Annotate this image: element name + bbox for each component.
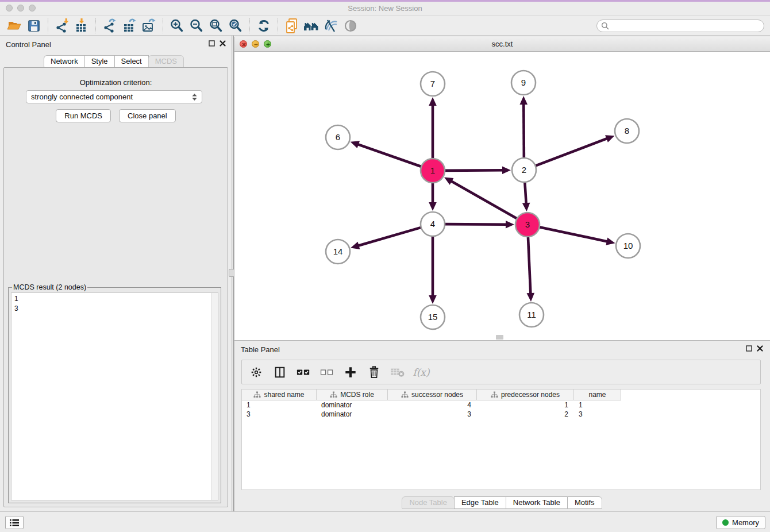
graph-node-10[interactable]: 10 <box>616 234 640 258</box>
table-cell: 3 <box>574 410 621 419</box>
graph-node-7[interactable]: 7 <box>421 72 445 96</box>
optimization-criterion-select[interactable]: strongly connected component <box>26 90 202 103</box>
tab-mcds[interactable]: MCDS <box>148 55 184 68</box>
graphics-details-icon[interactable] <box>321 17 341 34</box>
close-table-panel-icon[interactable] <box>757 345 763 352</box>
column-header-name[interactable]: name <box>574 390 621 400</box>
first-neighbors-icon[interactable] <box>302 17 321 34</box>
show-hide-icon[interactable] <box>341 17 360 34</box>
select-all-columns-icon[interactable] <box>296 365 311 380</box>
graph-node-4[interactable]: 4 <box>421 212 445 236</box>
svg-text:10: 10 <box>623 241 633 250</box>
open-folder-icon[interactable] <box>5 17 24 34</box>
save-icon[interactable] <box>24 17 44 34</box>
zoom-fit-icon[interactable] <box>206 17 226 34</box>
node-table: shared nameMCDS rolesuccessor nodesprede… <box>241 389 761 490</box>
export-network-icon[interactable] <box>100 17 120 34</box>
create-column-plus-icon[interactable] <box>343 365 358 380</box>
table-row[interactable]: 3dominator323 <box>242 410 760 419</box>
tab-motifs[interactable]: Motifs <box>567 496 602 509</box>
task-history-button[interactable] <box>5 516 24 529</box>
new-network-from-selection-icon[interactable] <box>282 17 302 34</box>
toolbar-separator <box>163 18 163 33</box>
graph-edge-3-1[interactable] <box>449 180 517 218</box>
column-type-icon <box>491 391 498 398</box>
column-header-MCDS-role[interactable]: MCDS role <box>317 390 388 400</box>
graph-node-1[interactable]: 1 <box>421 159 445 183</box>
mcds-result-textarea[interactable]: 13 <box>11 292 218 500</box>
mcds-result-lines: 13 <box>14 294 209 314</box>
network-graph: 7968124314101511 <box>234 52 770 340</box>
table-cell: 1 <box>242 400 317 410</box>
search-icon <box>601 22 609 30</box>
graph-edge-1-6[interactable] <box>356 144 421 167</box>
statusbar: Memory <box>0 511 770 532</box>
graph-node-6[interactable]: 6 <box>326 125 350 149</box>
zoom-in-icon[interactable] <box>167 17 187 34</box>
zoom-out-icon[interactable] <box>187 17 206 34</box>
tab-edge-table[interactable]: Edge Table <box>454 496 506 509</box>
graph-edge-4-3[interactable] <box>445 224 509 225</box>
graph-node-2[interactable]: 2 <box>512 158 536 182</box>
graph-node-9[interactable]: 9 <box>511 71 536 95</box>
export-table-icon[interactable] <box>120 17 139 34</box>
column-header-successor-nodes[interactable]: successor nodes <box>388 390 477 400</box>
column-view-icon[interactable] <box>272 365 287 380</box>
table-row[interactable]: 1dominator411 <box>242 400 760 410</box>
graph-node-11[interactable]: 11 <box>519 303 544 327</box>
table-cell: 1 <box>477 400 574 410</box>
import-network-icon[interactable] <box>52 17 72 34</box>
svg-text:7: 7 <box>430 79 435 88</box>
network-scroll-grip[interactable] <box>496 335 503 340</box>
run-mcds-button[interactable]: Run MCDS <box>56 109 111 122</box>
graph-node-14[interactable]: 14 <box>326 240 350 264</box>
tab-style[interactable]: Style <box>84 55 115 68</box>
column-header-predecessor-nodes[interactable]: predecessor nodes <box>477 390 574 400</box>
toolbar-separator <box>48 18 48 33</box>
svg-text:2: 2 <box>522 165 526 175</box>
table-settings-gear-icon[interactable] <box>249 365 264 380</box>
graph-node-15[interactable]: 15 <box>421 305 445 329</box>
delete-column-trash-icon[interactable] <box>367 365 382 380</box>
tab-network-table[interactable]: Network Table <box>506 496 568 509</box>
memory-button[interactable]: Memory <box>716 516 765 529</box>
svg-text:6: 6 <box>336 132 340 142</box>
graph-edge-2-9[interactable] <box>523 102 524 158</box>
table-cell: 3 <box>242 410 317 419</box>
edge-arrowhead <box>351 242 360 249</box>
graph-edge-3-10[interactable] <box>540 227 610 242</box>
edge-arrowhead <box>519 96 528 105</box>
table-cell: 2 <box>477 410 574 419</box>
edge-arrowhead <box>351 141 360 148</box>
close-panel-button[interactable]: Close panel <box>119 109 176 122</box>
table-cell: 3 <box>388 410 477 419</box>
network-window-titlebar[interactable]: scc.txt <box>234 37 770 52</box>
tab-node-table[interactable]: Node Table <box>402 496 455 509</box>
search-field[interactable] <box>596 20 764 32</box>
graph-edge-2-8[interactable] <box>536 138 610 166</box>
refresh-layout-icon[interactable] <box>254 17 274 34</box>
graph-node-3[interactable]: 3 <box>515 213 540 237</box>
result-scrollbar[interactable] <box>211 293 218 500</box>
svg-text:14: 14 <box>333 246 343 256</box>
import-table-icon[interactable] <box>72 17 91 34</box>
delete-table-icon[interactable] <box>390 365 405 380</box>
column-header-shared-name[interactable]: shared name <box>242 390 317 400</box>
edge-arrowhead <box>506 221 514 229</box>
svg-text:4: 4 <box>430 219 435 229</box>
export-image-icon[interactable] <box>139 17 159 34</box>
close-panel-icon[interactable] <box>220 40 226 47</box>
graph-edge-1-2[interactable] <box>445 170 505 171</box>
search-input[interactable] <box>609 21 764 31</box>
network-canvas[interactable]: 7968124314101511 <box>234 52 770 340</box>
graph-edge-3-11[interactable] <box>528 237 531 296</box>
unselect-all-columns-icon[interactable] <box>319 365 334 380</box>
tab-network[interactable]: Network <box>44 55 85 68</box>
graph-edge-2-3[interactable] <box>525 182 526 206</box>
graph-edge-4-14[interactable] <box>356 228 421 246</box>
tab-select[interactable]: Select <box>114 55 149 68</box>
float-table-panel-icon[interactable] <box>746 345 752 352</box>
float-panel-icon[interactable] <box>209 40 215 47</box>
zoom-selected-icon[interactable] <box>226 17 245 34</box>
graph-node-8[interactable]: 8 <box>615 119 639 143</box>
